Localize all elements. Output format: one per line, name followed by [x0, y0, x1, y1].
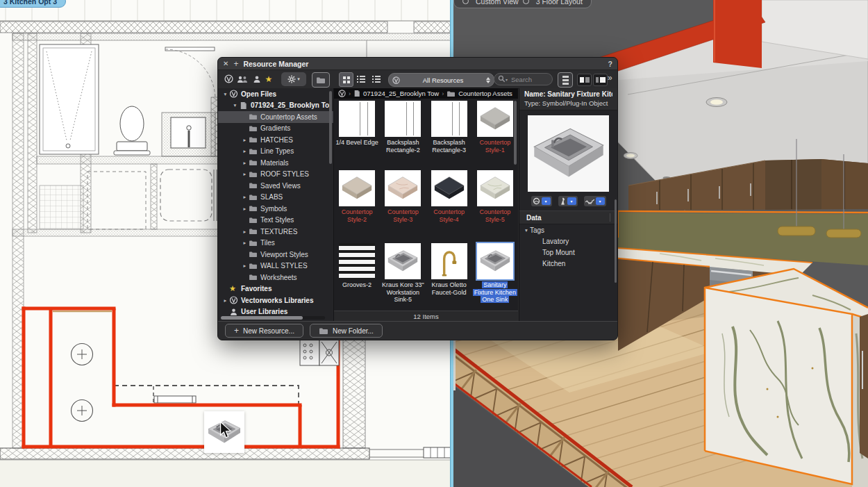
search-icon — [498, 75, 506, 83]
preview-object-button[interactable]: ▾ — [558, 196, 578, 206]
search-field: ▾ — [494, 73, 553, 85]
help-button[interactable]: ? — [608, 60, 612, 68]
chevron-right-icon[interactable]: ▸ — [241, 194, 249, 200]
dialog-titlebar[interactable]: ✕ + Resource Manager ? — [218, 58, 617, 70]
detail-view-icon — [372, 76, 381, 83]
resource-thumbnail — [477, 170, 513, 206]
chevron-down-icon[interactable]: ▾ — [523, 227, 530, 233]
tree-horizontal-scrollbar[interactable] — [221, 316, 325, 320]
star-icon: ★ — [229, 284, 238, 293]
close-icon[interactable]: ✕ — [223, 60, 228, 67]
chevron-right-icon[interactable]: ▸ — [241, 206, 249, 212]
tree-item-hatches[interactable]: ▸ HATCHES — [218, 134, 333, 146]
tree-item-countertop-assets[interactable]: Countertop Assets — [218, 111, 333, 123]
data-section-header[interactable]: Data — [519, 211, 617, 224]
chevron-right-icon[interactable]: ▸ — [241, 240, 249, 246]
preview-vertical-scrollbar[interactable] — [615, 199, 617, 283]
breadcrumb-folder[interactable]: Countertop Assets — [458, 90, 512, 97]
tree-item-saved-views[interactable]: Saved Views — [218, 180, 333, 192]
tree-item-wall-styles[interactable]: ▸ WALL STYLES — [218, 261, 333, 272]
chevron-down-icon[interactable]: ▾ — [542, 197, 551, 205]
tree-item-tiles[interactable]: ▸ Tiles — [218, 238, 333, 249]
layer-dot-icon — [523, 0, 529, 4]
tree-item-viewport-styles[interactable]: Viewport Styles — [218, 249, 333, 261]
chevron-right-icon[interactable]: ▸ — [241, 148, 249, 154]
chevron-down-icon[interactable]: ▾ — [596, 197, 605, 205]
resource-item-backsplash-2[interactable]: Backsplash Rectangle-2 — [380, 99, 426, 168]
favorites-star-icon[interactable]: ★ — [262, 72, 275, 85]
tree-item-materials[interactable]: ▸ Materials — [218, 157, 333, 169]
tree-item-open-files[interactable]: ▾ Open Files — [218, 88, 333, 100]
resource-item-countertop-style-1[interactable]: Countertop Style-1 — [472, 99, 518, 168]
tree-item-slabs[interactable]: ▸ SLABS — [218, 192, 333, 204]
render-island[interactable] — [705, 269, 868, 487]
resource-item-countertop-style-3[interactable]: Countertop Style-3 — [380, 168, 426, 241]
list-view-button[interactable] — [354, 72, 367, 85]
grid-vertical-scrollbar[interactable] — [514, 101, 517, 165]
vectorworks-logo-icon — [338, 90, 346, 97]
tag-lavatory[interactable]: Lavatory — [519, 236, 617, 247]
tree-item-text-styles[interactable]: Text Styles — [218, 215, 333, 226]
chevron-right-icon[interactable]: ▸ — [241, 229, 249, 235]
resource-item-countertop-style-2[interactable]: Countertop Style-2 — [334, 168, 380, 241]
resource-item-kraus-oletto-faucet[interactable]: Kraus Oletto Faucet-Gold — [426, 241, 472, 312]
tab-kitchen-viewport[interactable]: 3 Kitchen Opt 3 — [0, 0, 66, 8]
resource-item-kraus-kore-sink[interactable]: Kraus Kore 33" Workstation Sink-5 — [380, 241, 426, 312]
layout-right-pane-button[interactable] — [593, 74, 608, 86]
resource-item-countertop-style-4[interactable]: Countertop Style-4 — [426, 168, 472, 241]
tree-item-line-types[interactable]: ▸ Line Types — [218, 146, 333, 158]
chevron-right-icon[interactable]: ▸ — [241, 171, 249, 177]
new-resource-button[interactable]: + New Resource... — [225, 324, 303, 338]
shared-libraries-icon[interactable] — [236, 72, 249, 85]
new-folder-tool-button[interactable] — [312, 72, 330, 88]
resource-thumbnail — [385, 243, 421, 279]
chevron-right-icon[interactable]: ▸ — [241, 160, 249, 166]
new-folder-button[interactable]: New Folder... — [310, 324, 383, 338]
resource-thumbnail — [431, 243, 467, 279]
detail-view-button[interactable] — [369, 72, 383, 85]
chevron-right-icon[interactable]: ▸ — [222, 297, 229, 304]
chevron-right-icon[interactable]: ▸ — [241, 137, 249, 143]
add-tab-icon[interactable]: + — [233, 60, 238, 68]
tree-item-roof-styles[interactable]: ▸ ROOF STYLES — [218, 169, 333, 181]
settings-menu-button[interactable]: ▾ — [281, 72, 306, 86]
chevron-down-icon[interactable]: ▾ — [231, 102, 239, 108]
chevron-down-icon: ▾ — [297, 76, 300, 82]
chevron-right-icon[interactable]: ▸ — [241, 263, 249, 269]
tree-item-vectorworks-libraries[interactable]: ▸ Vectorworks Libraries — [218, 295, 333, 306]
user-library-icon[interactable] — [251, 72, 263, 85]
preview-bar-button[interactable] — [558, 72, 573, 88]
tags-group-row[interactable]: ▾ Tags — [519, 224, 617, 236]
breadcrumb-file[interactable]: 071924_25_Brooklyn Tow — [363, 90, 439, 97]
resource-item-sanitary-fixture-sink-selected[interactable]: Sanitary Fixture Kitchen One Sink — [472, 241, 518, 312]
tag-kitchen[interactable]: Kitchen — [519, 258, 617, 269]
preview-controls: ▾ ▾ ▾ — [519, 196, 617, 206]
tab-render-viewport[interactable]: Custom View 3 Floor Layout — [453, 0, 592, 8]
resource-filter-select[interactable]: All Resources — [388, 73, 494, 87]
tag-top-mount[interactable]: Top Mount — [519, 247, 617, 258]
tree-item-symbols[interactable]: ▸ Symbols — [218, 203, 333, 215]
view-dot-icon — [462, 0, 469, 4]
resource-item-grooves-2[interactable]: Grooves-2 — [334, 241, 380, 312]
resource-item-bevel-edge[interactable]: 1/4 Bevel Edge — [334, 99, 380, 168]
toolbar-overflow-button[interactable]: » — [608, 73, 612, 83]
tree-item-textures[interactable]: ▸ TEXTURES — [218, 226, 333, 238]
tree-item-favorites[interactable]: ★ Favorites — [218, 283, 333, 295]
tree-item-worksheets[interactable]: Worksheets — [218, 272, 333, 283]
teapot-icon — [585, 198, 594, 205]
chevron-down-icon[interactable]: ▾ — [222, 91, 229, 97]
tree-item-gradients[interactable]: Gradients — [218, 123, 333, 135]
breadcrumb[interactable]: › 071924_25_Brooklyn Tow › Countertop As… — [334, 88, 518, 99]
preview-teapot-button[interactable]: ▾ — [584, 196, 606, 206]
tree-vertical-scrollbar[interactable] — [329, 91, 332, 164]
breadcrumb-separator: › — [442, 90, 444, 97]
preview-render-mode-button[interactable]: ▾ — [531, 196, 552, 206]
tree-item-file[interactable]: ▾ 071924_25_Brooklyn To — [218, 100, 333, 112]
layout-left-pane-button[interactable] — [577, 74, 592, 86]
application-window: 3 Kitchen Opt 3 Custom View 3 Floor Layo… — [0, 0, 868, 487]
resource-item-countertop-style-5[interactable]: Countertop Style-5 — [472, 168, 518, 241]
chevron-down-icon[interactable]: ▾ — [567, 197, 576, 205]
resource-item-backsplash-3[interactable]: Backsplash Rectangle-3 — [426, 99, 472, 168]
thumbnail-view-button[interactable] — [339, 72, 353, 87]
vectorworks-logo-icon[interactable] — [222, 72, 235, 85]
